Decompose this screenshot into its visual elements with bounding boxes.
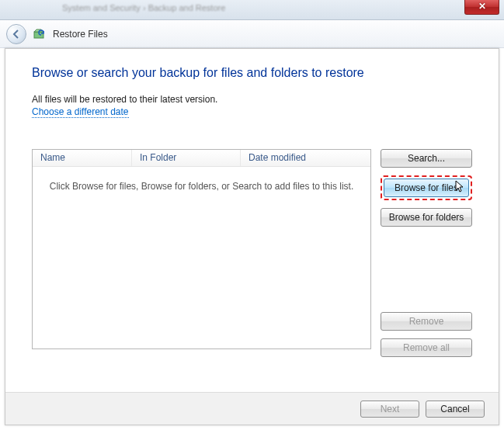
highlight-annotation: Browse for files — [381, 175, 472, 200]
col-folder[interactable]: In Folder — [132, 150, 241, 166]
wizard-header: Restore Files — [0, 20, 504, 48]
content-area: Browse or search your backup for files a… — [5, 49, 499, 357]
close-button[interactable]: ✕ — [464, 0, 499, 15]
browse-folders-button[interactable]: Browse for folders — [381, 208, 472, 227]
page-title: Browse or search your backup for files a… — [32, 66, 472, 80]
wizard-footer: Next Cancel — [5, 392, 499, 425]
list-header: Name In Folder Date modified — [33, 150, 370, 167]
side-buttons: Search... Browse for files Browse for fo… — [381, 149, 472, 357]
breadcrumb-blur: System and Security › Backup and Restore — [62, 3, 225, 12]
window-chrome-bar: System and Security › Backup and Restore… — [0, 0, 504, 20]
cancel-button[interactable]: Cancel — [426, 401, 485, 418]
col-name[interactable]: Name — [33, 150, 132, 166]
version-note: All files will be restored to their late… — [32, 94, 472, 105]
wizard-body: Browse or search your backup for files a… — [5, 48, 499, 425]
back-arrow-icon — [12, 29, 21, 39]
spacer — [381, 234, 472, 304]
restore-icon — [33, 27, 47, 41]
browse-files-button[interactable]: Browse for files — [384, 179, 469, 197]
next-button: Next — [360, 401, 419, 418]
wizard-title: Restore Files — [53, 29, 108, 40]
search-button[interactable]: Search... — [381, 149, 472, 168]
choose-date-link[interactable]: Choose a different date — [32, 106, 129, 118]
remove-button: Remove — [381, 312, 472, 331]
file-list[interactable]: Name In Folder Date modified Click Brows… — [32, 149, 371, 349]
col-date[interactable]: Date modified — [241, 150, 370, 166]
back-button[interactable] — [6, 24, 26, 44]
close-icon: ✕ — [478, 1, 486, 12]
main-area: Name In Folder Date modified Click Brows… — [32, 149, 472, 357]
list-empty-text: Click Browse for files, Browse for folde… — [33, 167, 370, 349]
remove-all-button: Remove all — [381, 338, 472, 357]
